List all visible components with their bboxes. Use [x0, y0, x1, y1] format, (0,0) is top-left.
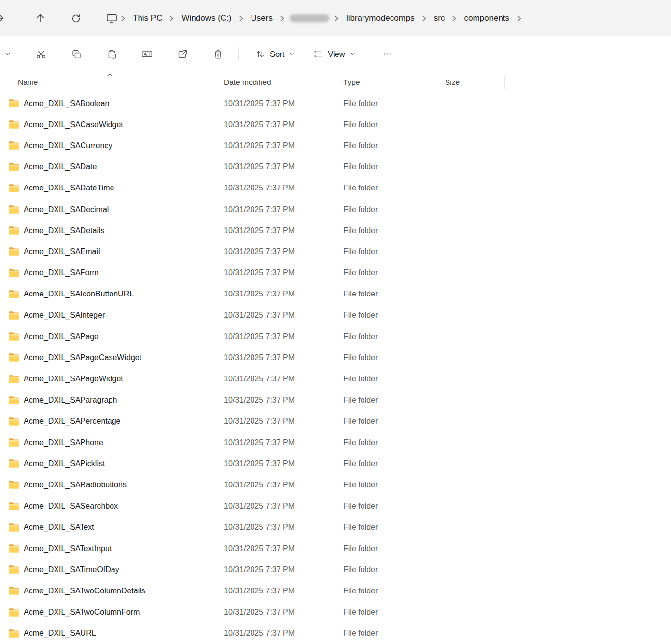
address-bar[interactable]: This PC Windows (C:) Users — [100, 7, 667, 29]
chevron-right-icon[interactable] — [280, 15, 284, 22]
breadcrumb-item[interactable]: librarymodecomps — [342, 11, 419, 26]
column-header-size[interactable]: Size — [437, 72, 505, 93]
file-name: Acme_DXIL_SAForm — [24, 268, 99, 277]
type-cell: File folder — [335, 565, 437, 574]
table-row[interactable]: Acme_DXIL_SAIconButtonURL 10/31/2025 7:3… — [0, 284, 671, 305]
folder-icon — [8, 544, 20, 553]
delete-button[interactable] — [207, 43, 228, 65]
table-row[interactable]: Acme_DXIL_SACaseWidget 10/31/2025 7:37 P… — [0, 114, 671, 135]
table-row[interactable]: Acme_DXIL_SAPage 10/31/2025 7:37 PM File… — [0, 326, 671, 347]
folder-icon — [8, 120, 20, 129]
chevron-right-icon[interactable] — [239, 15, 243, 22]
name-cell: Acme_DXIL_SAIconButtonURL — [0, 290, 218, 299]
sort-button[interactable]: Sort — [250, 43, 301, 65]
table-row[interactable]: Acme_DXIL_SAText 10/31/2025 7:37 PM File… — [0, 517, 671, 538]
file-name: Acme_DXIL_SAIconButtonURL — [24, 290, 134, 298]
table-row[interactable]: Acme_DXIL_SABoolean 10/31/2025 7:37 PM F… — [0, 93, 671, 114]
type-cell: File folder — [335, 290, 437, 298]
up-button[interactable] — [30, 8, 50, 28]
forward-button[interactable] — [0, 8, 9, 28]
table-row[interactable]: Acme_DXIL_SATwoColumnDetails 10/31/2025 … — [0, 580, 671, 601]
column-headers: Name Date modified Type Size — [0, 72, 671, 93]
breadcrumb-item[interactable]: src — [430, 11, 449, 26]
folder-icon — [8, 523, 20, 532]
table-row[interactable]: Acme_DXIL_SATimeOfDay 10/31/2025 7:37 PM… — [0, 559, 671, 580]
name-cell: Acme_DXIL_SACaseWidget — [0, 120, 218, 129]
name-cell: Acme_DXIL_SATwoColumnForm — [0, 608, 218, 617]
column-header-type[interactable]: Type — [335, 72, 437, 93]
file-name: Acme_DXIL_SAPercentage — [24, 417, 120, 426]
chevron-right-icon[interactable] — [121, 15, 125, 22]
chevron-right-icon[interactable] — [335, 15, 339, 22]
date-modified-cell: 10/31/2025 7:37 PM — [218, 502, 335, 510]
name-cell: Acme_DXIL_SADecimal — [0, 205, 218, 214]
date-modified-cell: 10/31/2025 7:37 PM — [218, 396, 335, 404]
table-row[interactable]: Acme_DXIL_SADetails 10/31/2025 7:37 PM F… — [0, 220, 671, 241]
column-header-name[interactable]: Name — [0, 72, 218, 93]
rename-icon — [141, 49, 152, 59]
date-modified-cell: 10/31/2025 7:37 PM — [218, 184, 335, 192]
file-name: Acme_DXIL_SAPage — [24, 332, 99, 341]
sort-ascending-chevron-up-icon — [107, 73, 112, 77]
type-cell: File folder — [335, 205, 437, 214]
breadcrumb-item[interactable] — [290, 14, 329, 22]
chevron-right-icon[interactable] — [422, 15, 426, 22]
column-header-date-modified[interactable]: Date modified — [218, 72, 335, 93]
table-row[interactable]: Acme_DXIL_SAEmail 10/31/2025 7:37 PM Fil… — [0, 241, 671, 262]
table-row[interactable]: Acme_DXIL_SAParagraph 10/31/2025 7:37 PM… — [0, 390, 671, 411]
refresh-button[interactable] — [66, 8, 85, 28]
folder-icon — [8, 480, 20, 489]
column-header-label: Size — [445, 78, 460, 87]
toolbar-dropdown-chevron-icon[interactable] — [1, 45, 14, 63]
table-row[interactable]: Acme_DXIL_SAURL 10/31/2025 7:37 PM File … — [0, 623, 671, 644]
breadcrumb-item[interactable]: This PC — [129, 11, 166, 26]
chevron-down-icon — [289, 51, 295, 57]
table-row[interactable]: Acme_DXIL_SAForm 10/31/2025 7:37 PM File… — [0, 263, 671, 284]
folder-icon — [8, 290, 20, 299]
type-cell: File folder — [335, 353, 437, 362]
name-cell: Acme_DXIL_SARadiobuttons — [0, 480, 218, 489]
table-row[interactable]: Acme_DXIL_SAPercentage 10/31/2025 7:37 P… — [0, 411, 671, 432]
table-row[interactable]: Acme_DXIL_SAPicklist 10/31/2025 7:37 PM … — [0, 453, 671, 474]
date-modified-cell: 10/31/2025 7:37 PM — [218, 141, 335, 150]
file-name: Acme_DXIL_SAPhone — [24, 438, 103, 447]
table-row[interactable]: Acme_DXIL_SADate 10/31/2025 7:37 PM File… — [0, 157, 671, 178]
table-row[interactable]: Acme_DXIL_SASearchbox 10/31/2025 7:37 PM… — [0, 496, 671, 517]
chevron-down-icon — [350, 51, 356, 57]
table-row[interactable]: Acme_DXIL_SATextInput 10/31/2025 7:37 PM… — [0, 538, 671, 559]
file-name: Acme_DXIL_SASearchbox — [24, 502, 118, 510]
paste-button[interactable] — [101, 43, 122, 65]
table-row[interactable]: Acme_DXIL_SADecimal 10/31/2025 7:37 PM F… — [0, 199, 671, 220]
rename-button[interactable] — [136, 43, 158, 65]
breadcrumb-item[interactable]: components — [460, 11, 513, 26]
chevron-right-icon[interactable] — [169, 15, 174, 22]
cut-button[interactable] — [30, 43, 52, 65]
table-row[interactable]: Acme_DXIL_SATwoColumnForm 10/31/2025 7:3… — [0, 602, 671, 623]
chevron-right-icon[interactable] — [452, 15, 456, 22]
file-name: Acme_DXIL_SAPageWidget — [24, 375, 123, 383]
breadcrumb-item[interactable]: Users — [247, 11, 276, 26]
folder-icon — [8, 332, 20, 341]
table-row[interactable]: Acme_DXIL_SACurrency 10/31/2025 7:37 PM … — [0, 135, 671, 156]
name-cell: Acme_DXIL_SATimeOfDay — [0, 565, 218, 574]
chevron-right-icon[interactable] — [517, 15, 521, 22]
copy-button[interactable] — [65, 43, 87, 65]
date-modified-cell: 10/31/2025 7:37 PM — [218, 544, 335, 553]
share-button[interactable] — [171, 43, 193, 65]
table-row[interactable]: Acme_DXIL_SAPhone 10/31/2025 7:37 PM Fil… — [0, 432, 671, 453]
name-cell: Acme_DXIL_SAPicklist — [0, 459, 218, 468]
more-options-button[interactable] — [376, 43, 398, 65]
table-row[interactable]: Acme_DXIL_SAPageCaseWidget 10/31/2025 7:… — [0, 347, 671, 368]
date-modified-cell: 10/31/2025 7:37 PM — [218, 311, 335, 320]
type-cell: File folder — [335, 523, 437, 532]
table-row[interactable]: Acme_DXIL_SARadiobuttons 10/31/2025 7:37… — [0, 474, 671, 495]
date-modified-cell: 10/31/2025 7:37 PM — [218, 353, 335, 362]
navigation-bar: This PC Windows (C:) Users — [0, 0, 671, 36]
table-row[interactable]: Acme_DXIL_SAPageWidget 10/31/2025 7:37 P… — [0, 368, 671, 389]
table-row[interactable]: Acme_DXIL_SADateTime 10/31/2025 7:37 PM … — [0, 178, 671, 199]
view-button[interactable]: View — [308, 43, 361, 65]
table-row[interactable]: Acme_DXIL_SAInteger 10/31/2025 7:37 PM F… — [0, 305, 671, 326]
breadcrumb-item[interactable]: Windows (C:) — [177, 11, 235, 26]
file-name: Acme_DXIL_SADetails — [24, 226, 105, 235]
file-name: Acme_DXIL_SADate — [24, 162, 97, 171]
